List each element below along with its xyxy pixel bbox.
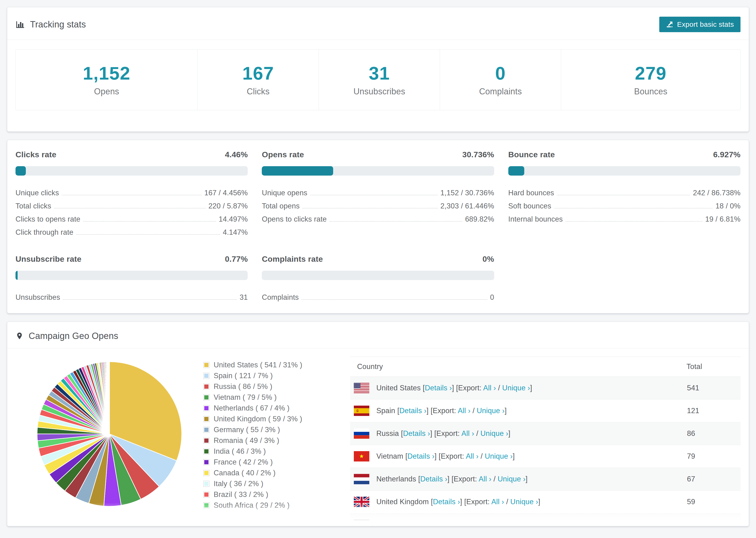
tracking-stats-card: Tracking stats Export basic stats 1,152 … (7, 7, 749, 132)
export-basic-stats-button[interactable]: Export basic stats (659, 17, 740, 32)
rate-panel-unsubscribe-rate: Unsubscribe rate 0.77% Unsubscribes 31 (16, 254, 248, 302)
legend-swatch-icon (203, 362, 209, 368)
export-button-label: Export basic stats (677, 21, 734, 28)
country-total: 55 (686, 513, 740, 526)
rates-grid: Clicks rate 4.46% Unique clicks 167 / 4.… (16, 150, 740, 302)
export-all-link[interactable]: All › (491, 498, 504, 506)
legend-item-united-kingdom: United Kingdom ( 59 / 3% ) (203, 415, 350, 423)
rate-row-label: Unsubscribes (16, 293, 60, 302)
legend-label: France ( 42 / 2% ) (214, 458, 273, 466)
dotted-leader (310, 195, 438, 195)
country-total: 86 (686, 422, 740, 445)
export-all-link[interactable]: All › (458, 406, 470, 415)
legend-swatch-icon (203, 438, 209, 444)
progress-bar-fill (262, 166, 333, 176)
stat-opens: 1,152 Opens (16, 50, 197, 110)
export-unique-link[interactable]: Unique › (477, 406, 505, 415)
export-unique-link[interactable]: Unique › (511, 498, 538, 506)
tracking-stats-title: Tracking stats (16, 20, 86, 29)
progress-bar-complaints-rate (262, 271, 494, 280)
export-unique-link[interactable]: Unique › (480, 429, 508, 438)
details-link[interactable]: Details › (407, 452, 435, 460)
flag-es-icon (354, 405, 369, 416)
legend-swatch-icon (203, 470, 209, 476)
legend-label: United Kingdom ( 59 / 3% ) (214, 415, 302, 423)
rate-row-total-clicks: Total clicks 220 / 5.87% (16, 198, 248, 211)
progress-bar-opens-rate (262, 166, 494, 176)
stat-value: 31 (321, 64, 437, 82)
export-all-link[interactable]: All › (483, 384, 496, 392)
tracking-stats-header: Tracking stats Export basic stats (7, 7, 749, 40)
legend-item-germany: Germany ( 55 / 3% ) (203, 426, 350, 434)
rate-row-internal-bounces: Internal bounces 19 / 6.81% (508, 211, 740, 224)
export-unique-link[interactable]: Unique › (498, 475, 526, 483)
rate-row-value: 2,303 / 61.446% (441, 202, 494, 211)
details-link[interactable]: Details › (420, 475, 448, 483)
rate-row-label: Opens to clicks rate (262, 215, 327, 224)
details-link[interactable]: Details › (433, 498, 460, 506)
country-name: Vietnam (376, 452, 404, 460)
stats-summary-box: 1,152 Opens 167 Clicks 31 Unsubscribes 0… (16, 49, 740, 110)
flag-vn-icon (354, 451, 369, 461)
legend-swatch-icon (203, 384, 209, 390)
stat-label: Bounces (564, 86, 738, 96)
rate-row-value: 689.82% (465, 215, 494, 224)
rate-panel-value: 0.77% (225, 254, 248, 264)
geo-row-russia: Russia [Details ›] [Export: All › / Uniq… (350, 422, 740, 445)
details-link[interactable]: Details › (425, 384, 452, 392)
legend-label: Brazil ( 33 / 2% ) (214, 490, 268, 499)
legend-swatch-icon (203, 502, 209, 509)
stat-value: 0 (442, 64, 559, 82)
geo-body: United States ( 541 / 31% ) Spain ( 121 … (7, 348, 749, 526)
geo-table: Country Total United States [Details ›] … (350, 356, 740, 526)
stat-clicks: 167 Clicks (197, 50, 319, 110)
rate-row-unique-clicks: Unique clicks 167 / 4.456% (16, 185, 248, 198)
rate-row-complaints: Complaints 0 (262, 290, 494, 302)
export-unique-link[interactable]: Unique › (488, 520, 516, 526)
legend-label: Italy ( 36 / 2% ) (214, 480, 263, 488)
rate-panel-title: Bounce rate (508, 150, 555, 159)
rate-panel-clicks-rate: Clicks rate 4.46% Unique clicks 167 / 4.… (16, 150, 248, 238)
rate-row-label: Internal bounces (508, 215, 563, 224)
geo-title: Campaign Geo Opens (16, 331, 118, 341)
details-link[interactable]: Details › (399, 406, 427, 415)
progress-bar-bounce-rate (508, 166, 740, 176)
stat-bounces: 279 Bounces (561, 50, 740, 110)
country-total: 541 (686, 377, 740, 400)
legend-label: India ( 46 / 3% ) (214, 447, 266, 456)
details-link[interactable]: Details › (411, 520, 438, 526)
export-unique-link[interactable]: Unique › (502, 384, 530, 392)
export-all-link[interactable]: All › (469, 520, 482, 526)
legend-swatch-icon (203, 481, 209, 487)
export-icon (666, 21, 674, 28)
legend-label: South Africa ( 29 / 2% ) (214, 501, 290, 510)
geo-row-germany: Germany [Details ›] [Export: All › / Uni… (350, 513, 740, 526)
rate-row-unique-opens: Unique opens 1,152 / 30.736% (262, 185, 494, 198)
country-name: Spain (376, 406, 395, 415)
country-name: United States (376, 384, 421, 392)
export-label: Export: (441, 452, 464, 460)
export-all-link[interactable]: All › (466, 452, 478, 460)
rate-row-value: 18 / 0% (715, 202, 740, 211)
tracking-stats-title-text: Tracking stats (30, 20, 86, 29)
rate-row-label: Clicks to opens rate (16, 215, 80, 224)
legend-item-canada: Canada ( 40 / 2% ) (203, 469, 350, 477)
rate-panel-title: Clicks rate (16, 150, 56, 159)
rates-card: Clicks rate 4.46% Unique clicks 167 / 4.… (7, 140, 749, 313)
legend-item-spain: Spain ( 121 / 7% ) (203, 372, 350, 380)
rate-row-value: 31 (240, 293, 248, 302)
legend-item-france: France ( 42 / 2% ) (203, 458, 350, 466)
page: Tracking stats Export basic stats 1,152 … (0, 0, 756, 526)
rate-row-value: 0 (490, 293, 494, 302)
export-unique-link[interactable]: Unique › (485, 452, 513, 460)
dotted-leader (302, 208, 438, 208)
rate-row-unsubscribes: Unsubscribes 31 (16, 290, 248, 302)
geo-legend: United States ( 541 / 31% ) Spain ( 121 … (203, 354, 350, 526)
geo-row-united-states: United States [Details ›] [Export: All ›… (350, 377, 740, 400)
rate-row-label: Unique opens (262, 189, 307, 198)
export-all-link[interactable]: All › (479, 475, 491, 483)
details-link[interactable]: Details › (403, 429, 430, 438)
export-all-link[interactable]: All › (461, 429, 474, 438)
legend-item-south-africa: South Africa ( 29 / 2% ) (203, 501, 350, 510)
geo-row-vietnam: Vietnam [Details ›] [Export: All › / Uni… (350, 445, 740, 468)
